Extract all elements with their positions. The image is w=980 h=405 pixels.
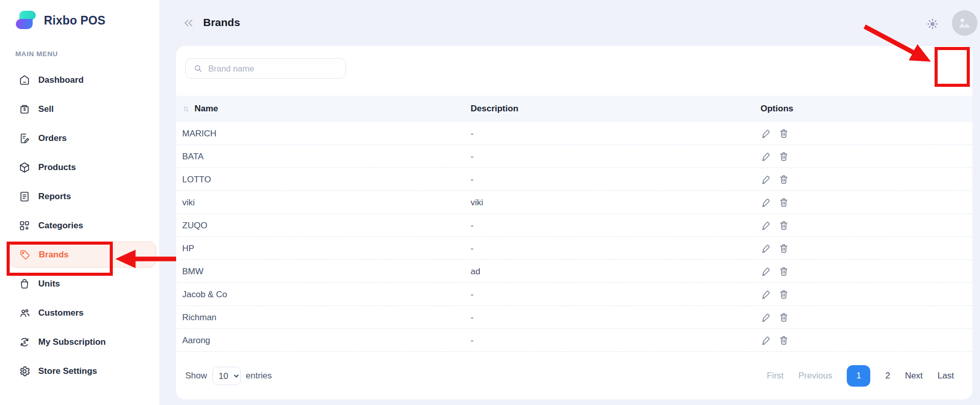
sidebar-item-my-subscription[interactable]: $My Subscription: [9, 329, 156, 355]
edit-pencil-icon: [761, 335, 771, 346]
search-input[interactable]: [208, 59, 346, 78]
table-body: MARICH-BATA-LOTTO-vikivikiZUQO-HP-BMWadJ…: [176, 122, 972, 352]
show-entries: Show 10 entries: [185, 367, 272, 385]
delete-brand-button[interactable]: [778, 174, 790, 185]
table-header-row: Name Description Options: [176, 96, 972, 122]
sidebar-item-label: Reports: [38, 192, 71, 202]
trash-icon: [778, 151, 789, 162]
sidebar-item-label: Sell: [38, 104, 54, 114]
trash-icon: [778, 266, 789, 277]
leaf-logo-icon: [15, 10, 36, 31]
brand-name-cell: ZUQO: [182, 214, 207, 237]
sidebar-item-dashboard[interactable]: Dashboard: [9, 67, 156, 93]
trash-icon: [778, 197, 789, 208]
brand-description-cell: -: [471, 306, 474, 329]
edit-brand-button[interactable]: [761, 128, 772, 139]
edit-brand-button[interactable]: [761, 289, 772, 300]
delete-brand-button[interactable]: [778, 243, 790, 254]
page-size-select[interactable]: 10: [212, 367, 241, 385]
sidebar-item-label: My Subscription: [38, 337, 106, 347]
page-button-last[interactable]: Last: [938, 371, 954, 381]
brands-card: Name Description Options MARICH-BATA-LOT…: [176, 46, 972, 399]
brand-options-cell: [761, 237, 790, 260]
sidebar-item-categories[interactable]: Categories: [9, 212, 156, 239]
sidebar-item-label: Units: [38, 279, 60, 289]
delete-brand-button[interactable]: [778, 335, 790, 346]
delete-brand-button[interactable]: [778, 312, 790, 323]
edit-brand-button[interactable]: [761, 197, 772, 208]
sidebar-item-products[interactable]: Products: [9, 154, 156, 180]
search-icon: [193, 63, 203, 74]
edit-brand-button[interactable]: [761, 220, 772, 231]
entries-label: entries: [246, 371, 272, 381]
edit-brand-button[interactable]: [761, 312, 772, 323]
main-content: Brands Name De: [159, 0, 980, 405]
edit-pencil-icon: [761, 312, 771, 323]
sidebar-item-orders[interactable]: Orders: [9, 125, 156, 151]
brand-description-cell: -: [471, 214, 474, 237]
sidebar-item-label: Store Settings: [38, 366, 97, 376]
sidebar-item-label: Brands: [39, 250, 69, 260]
page-button-next[interactable]: Next: [905, 371, 923, 381]
edit-brand-button[interactable]: [761, 335, 772, 346]
sidebar-item-brands[interactable]: Brands: [9, 242, 156, 268]
page-button-2[interactable]: 2: [885, 371, 890, 381]
collapse-sidebar-button[interactable]: [181, 16, 195, 30]
column-header-name[interactable]: Name: [181, 96, 218, 122]
brand-options-cell: [761, 214, 790, 237]
page-button-first[interactable]: First: [767, 371, 783, 381]
edit-brand-button[interactable]: [761, 266, 772, 277]
sidebar-item-label: Orders: [38, 133, 67, 144]
delete-brand-button[interactable]: [778, 266, 790, 277]
brand-options-cell: [761, 306, 790, 329]
app-logo[interactable]: Rixbo POS: [0, 0, 159, 31]
sidebar-item-customers[interactable]: Customers: [9, 300, 156, 326]
edit-brand-button[interactable]: [761, 243, 772, 254]
brand-description-cell: -: [471, 329, 474, 352]
tag-icon: [19, 249, 31, 261]
brand-options-cell: [761, 329, 790, 352]
sort-icon[interactable]: [181, 104, 191, 114]
delete-brand-button[interactable]: [778, 289, 790, 300]
sidebar-item-reports[interactable]: Reports: [9, 183, 156, 209]
edit-brand-button[interactable]: [761, 174, 772, 185]
brand-description-cell: ad: [471, 260, 480, 283]
brand-options-cell: [761, 168, 790, 191]
column-header-options: Options: [761, 96, 793, 122]
sidebar-item-units[interactable]: Units: [9, 271, 156, 297]
page-button-1[interactable]: 1: [847, 365, 870, 387]
brand-name-cell: BMW: [182, 260, 204, 283]
brand-description-cell: -: [471, 168, 474, 191]
table-row-jacob-co: Jacob & Co-: [176, 283, 972, 306]
user-avatar[interactable]: [952, 10, 977, 36]
trash-icon: [778, 174, 789, 185]
trash-icon: [778, 243, 789, 254]
delete-brand-button[interactable]: [778, 151, 790, 162]
brand-name-cell: MARICH: [182, 122, 216, 145]
brand-description-cell: -: [471, 145, 474, 168]
brand-options-cell: [761, 122, 790, 145]
edit-pencil-icon: [761, 174, 771, 185]
delete-brand-button[interactable]: [778, 220, 790, 231]
theme-toggle-button[interactable]: [926, 17, 939, 31]
pagination: FirstPrevious12NextLast: [767, 365, 954, 387]
sidebar-item-store-settings[interactable]: Store Settings: [9, 358, 156, 384]
edit-pencil-icon: [761, 266, 771, 277]
table-row-marich: MARICH-: [176, 122, 972, 145]
edit-pencil-icon: [761, 197, 771, 208]
table-row-hp: HP-: [176, 237, 972, 260]
column-header-description: Description: [471, 96, 519, 122]
edit-pencil-icon: [761, 220, 771, 231]
edit-brand-button[interactable]: [761, 151, 772, 162]
delete-brand-button[interactable]: [778, 197, 790, 208]
sidebar-item-sell[interactable]: $Sell: [9, 96, 156, 122]
brand-name-cell: HP: [182, 237, 194, 260]
edit-pencil-icon: [761, 289, 771, 300]
image-placeholder-icon: [955, 14, 974, 32]
svg-text:$: $: [23, 107, 26, 112]
sun-icon: [926, 17, 939, 31]
brand-name-cell: viki: [182, 191, 195, 214]
page-button-previous[interactable]: Previous: [798, 371, 832, 381]
delete-brand-button[interactable]: [778, 128, 790, 139]
brand-options-cell: [761, 260, 790, 283]
